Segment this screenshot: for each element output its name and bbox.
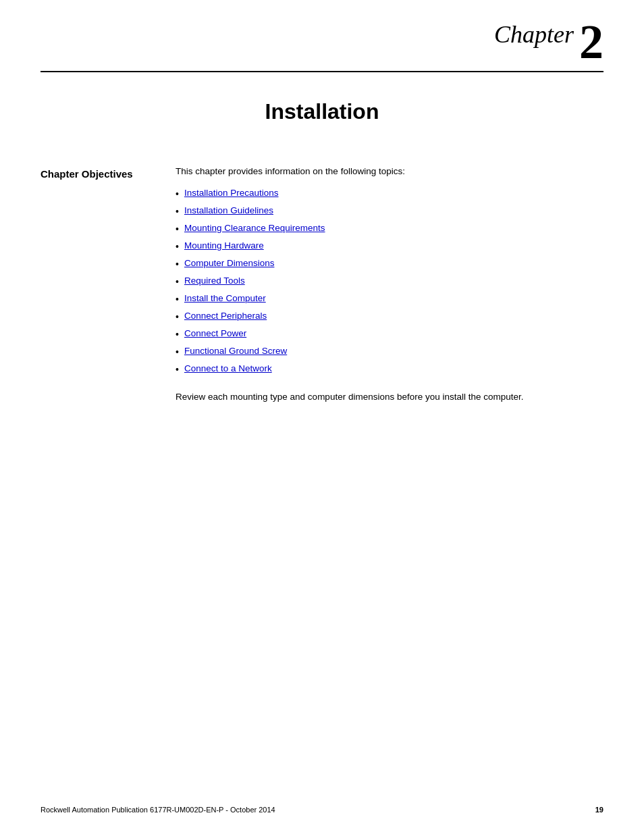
- main-content: This chapter provides information on the…: [176, 165, 603, 405]
- footer-publication: Rockwell Automation Publication 6177R-UM…: [41, 806, 275, 814]
- page-footer: Rockwell Automation Publication 6177R-UM…: [0, 806, 644, 814]
- chapter-label: Chapter: [494, 20, 574, 49]
- topic-link[interactable]: Connect to a Network: [184, 362, 272, 375]
- list-item: Required Tools: [176, 274, 603, 289]
- list-item: Functional Ground Screw: [176, 344, 603, 359]
- list-item: Connect Power: [176, 327, 603, 342]
- footer-page-number: 19: [595, 806, 603, 814]
- topic-link[interactable]: Required Tools: [184, 274, 245, 288]
- topic-link[interactable]: Installation Guidelines: [184, 204, 273, 217]
- list-item: Installation Precautions: [176, 186, 603, 201]
- topic-link[interactable]: Installation Precautions: [184, 186, 279, 200]
- content-area: Chapter Objectives This chapter provides…: [0, 165, 644, 405]
- chapter-header: Chapter 2: [0, 0, 644, 64]
- page-title-section: Installation: [41, 99, 603, 124]
- chapter-divider: [41, 71, 603, 72]
- chapter-number: 2: [579, 20, 603, 64]
- sidebar: Chapter Objectives: [41, 165, 162, 405]
- page-container: Chapter 2 Installation Chapter Objective…: [0, 0, 644, 834]
- topics-list: Installation PrecautionsInstallation Gui…: [176, 186, 603, 377]
- topic-link[interactable]: Connect Power: [184, 327, 246, 340]
- list-item: Mounting Clearance Requirements: [176, 221, 603, 236]
- topic-link[interactable]: Connect Peripherals: [184, 309, 267, 323]
- list-item: Install the Computer: [176, 292, 603, 307]
- intro-text: This chapter provides information on the…: [176, 165, 603, 178]
- list-item: Mounting Hardware: [176, 239, 603, 254]
- topic-link[interactable]: Mounting Clearance Requirements: [184, 221, 325, 235]
- topic-link[interactable]: Install the Computer: [184, 292, 266, 305]
- topic-link[interactable]: Functional Ground Screw: [184, 344, 287, 358]
- list-item: Computer Dimensions: [176, 257, 603, 271]
- topic-link[interactable]: Computer Dimensions: [184, 257, 275, 270]
- list-item: Connect to a Network: [176, 362, 603, 377]
- page-title: Installation: [41, 99, 603, 124]
- review-text: Review each mounting type and computer d…: [176, 390, 547, 404]
- sidebar-section-title: Chapter Objectives: [41, 167, 162, 181]
- topic-link[interactable]: Mounting Hardware: [184, 239, 264, 253]
- list-item: Connect Peripherals: [176, 309, 603, 324]
- list-item: Installation Guidelines: [176, 204, 603, 219]
